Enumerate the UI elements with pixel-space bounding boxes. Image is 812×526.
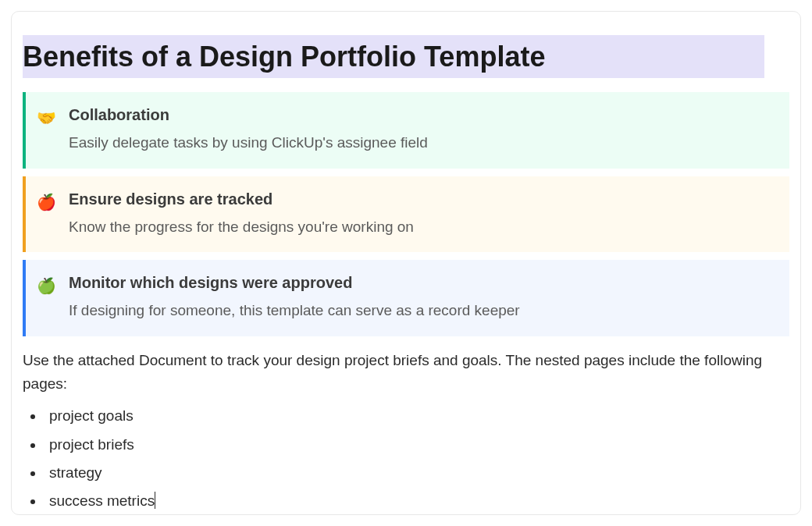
callout-title[interactable]: Collaboration xyxy=(69,106,775,124)
red-apple-icon: 🍎 xyxy=(37,191,56,213)
callout-desc[interactable]: Know the progress for the designs you're… xyxy=(69,216,775,239)
list-item[interactable]: project goals xyxy=(45,402,789,430)
list-item[interactable]: strategy xyxy=(45,459,789,487)
callout-collaboration[interactable]: 🤝 Collaboration Easily delegate tasks by… xyxy=(23,92,789,169)
callout-title[interactable]: Monitor which designs were approved xyxy=(69,274,775,292)
bullet-list[interactable]: project goals project briefs strategy su… xyxy=(45,402,789,514)
list-item[interactable]: project briefs xyxy=(45,431,789,459)
callout-desc[interactable]: If designing for someone, this template … xyxy=(69,300,775,322)
callout-tracking[interactable]: 🍎 Ensure designs are tracked Know the pr… xyxy=(23,176,789,253)
callout-content: Monitor which designs were approved If d… xyxy=(69,274,775,322)
handshake-icon: 🤝 xyxy=(37,107,56,129)
callout-approval[interactable]: 🍏 Monitor which designs were approved If… xyxy=(23,260,789,336)
document-container: Benefits of a Design Portfolio Template … xyxy=(11,11,801,515)
callout-content: Ensure designs are tracked Know the prog… xyxy=(69,190,775,239)
list-item[interactable]: success metrics xyxy=(45,487,789,515)
green-apple-icon: 🍏 xyxy=(37,275,56,297)
callout-title[interactable]: Ensure designs are tracked xyxy=(69,190,775,208)
callout-content: Collaboration Easily delegate tasks by u… xyxy=(69,106,775,155)
callout-desc[interactable]: Easily delegate tasks by using ClickUp's… xyxy=(69,132,775,155)
body-paragraph[interactable]: Use the attached Document to track your … xyxy=(23,349,789,396)
page-title[interactable]: Benefits of a Design Portfolio Template xyxy=(23,35,764,78)
